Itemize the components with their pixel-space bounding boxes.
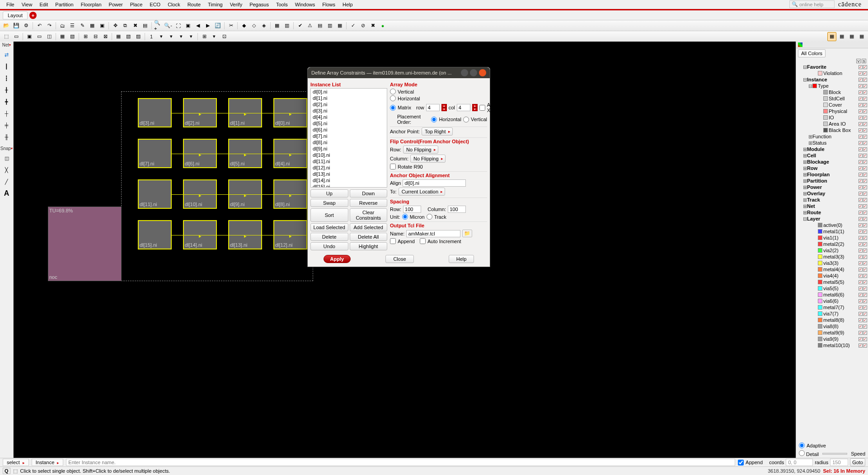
view-mode3-icon[interactable]: ▦ xyxy=(847,32,856,41)
menu-tools[interactable]: Tools xyxy=(272,1,291,8)
sel-checkbox[interactable]: ✓ xyxy=(863,236,867,240)
detail-radio[interactable] xyxy=(799,450,805,456)
tree-row-metal4(4)[interactable]: metal4(4)✓✓ xyxy=(797,266,867,273)
sel-checkbox[interactable]: ✓ xyxy=(863,343,867,348)
track-radio[interactable] xyxy=(427,214,432,220)
sel-tool2-icon[interactable]: ▭ xyxy=(35,32,44,41)
route1-icon[interactable]: ⊞ xyxy=(81,32,90,41)
vis-checkbox[interactable]: ✓ xyxy=(859,173,863,177)
color-swatch[interactable] xyxy=(823,90,828,94)
flip-row-dropdown[interactable]: No Flipping xyxy=(403,146,438,154)
instance-item[interactable]: dl[10].ni xyxy=(311,152,387,158)
sel-checkbox[interactable]: ✓ xyxy=(863,192,867,196)
gear-icon[interactable]: ⚙ xyxy=(22,21,31,30)
vis-checkbox[interactable]: ✓ xyxy=(859,261,863,265)
color-swatch[interactable] xyxy=(818,318,822,322)
menu-eco[interactable]: ECO xyxy=(146,1,164,8)
menu-help[interactable]: Help xyxy=(339,1,357,8)
q-button[interactable]: Q xyxy=(3,468,10,474)
vis-checkbox[interactable]: ✓ xyxy=(859,103,863,107)
attr-icon[interactable]: ▤ xyxy=(141,21,150,30)
vis-checkbox[interactable]: ✓ xyxy=(859,223,863,227)
vis-checkbox[interactable]: ✓ xyxy=(859,268,863,272)
grp1-icon[interactable]: ▦ xyxy=(114,32,123,41)
vis-checkbox[interactable]: ✓ xyxy=(859,343,863,348)
sel-tool3-icon[interactable]: ◫ xyxy=(45,32,54,41)
detail-slider[interactable] xyxy=(822,453,847,455)
tree-row-Instance[interactable]: ⊟Instance✓✓ xyxy=(797,76,867,83)
menu-partition[interactable]: Partition xyxy=(52,1,77,8)
warn-icon[interactable]: ⚠ xyxy=(305,21,314,30)
tree-row-StdCell[interactable]: StdCell✓✓ xyxy=(797,95,867,102)
tree-row-Cover[interactable]: Cover✓✓ xyxy=(797,102,867,108)
num3-icon[interactable]: ▾ xyxy=(167,32,176,41)
menu-edit[interactable]: Edit xyxy=(36,1,52,8)
sel-checkbox[interactable]: ✓ xyxy=(863,230,867,234)
tree-row-metal7(7)[interactable]: metal7(7)✓✓ xyxy=(797,304,867,310)
tv1-icon[interactable]: ▤ xyxy=(315,21,324,30)
up-button[interactable]: Up xyxy=(310,189,348,198)
browse-icon[interactable]: 📁 xyxy=(462,230,472,237)
zoom-sel-icon[interactable]: ▣ xyxy=(183,21,192,30)
noc-block[interactable]: TU=69.8% noc xyxy=(48,207,122,281)
radius-input[interactable] xyxy=(830,459,848,466)
instance-item[interactable]: dl[9].ni xyxy=(311,146,387,152)
color-swatch[interactable] xyxy=(818,324,822,329)
instance-item[interactable]: dl[1].ni xyxy=(311,95,387,101)
instance-item[interactable]: dl[14].ni xyxy=(311,177,387,183)
tree-row-Area IO[interactable]: Area IO✓✓ xyxy=(797,121,867,127)
po-vertical-radio[interactable] xyxy=(463,117,469,122)
stop-icon[interactable]: ✖ xyxy=(368,21,377,30)
color-swatch[interactable] xyxy=(823,96,828,101)
instance-item[interactable]: dl[8].ni xyxy=(311,139,387,146)
tree-row-Layer[interactable]: ⊟Layer✓✓ xyxy=(797,216,867,222)
tv3-icon[interactable]: ▦ xyxy=(335,21,344,30)
color-swatch[interactable] xyxy=(818,273,822,278)
sel-checkbox[interactable]: ✓ xyxy=(863,242,867,246)
dialog-titlebar[interactable]: Define Array Constraints — item0109.item… xyxy=(308,67,490,78)
sel-checkbox[interactable]: ✓ xyxy=(863,78,867,82)
vis-checkbox[interactable]: ✓ xyxy=(859,192,863,196)
tree-row-Black Box[interactable]: Black Box✓✓ xyxy=(797,127,867,133)
vis-checkbox[interactable]: ✓ xyxy=(859,84,863,88)
vis-checkbox[interactable]: ✓ xyxy=(859,78,863,82)
sel-checkbox[interactable]: ✓ xyxy=(863,97,867,101)
help-search[interactable]: 🔍 online help xyxy=(789,0,835,8)
menu-clock[interactable]: Clock xyxy=(164,1,184,8)
adaptive-radio[interactable] xyxy=(799,442,805,448)
spacing-row-input[interactable] xyxy=(403,206,421,213)
color-swatch[interactable] xyxy=(823,103,828,107)
add-selected-button[interactable]: Add Selected xyxy=(350,223,388,231)
sel-checkbox[interactable]: ✓ xyxy=(863,325,867,329)
sel-checkbox[interactable]: ✓ xyxy=(863,179,867,183)
vis-checkbox[interactable]: ✓ xyxy=(859,90,863,94)
spread-icon[interactable]: ▥ xyxy=(282,21,291,30)
vis-checkbox[interactable]: ✓ xyxy=(859,280,863,284)
tree-row-Blockage[interactable]: ⊞Blockage✓✓ xyxy=(797,159,867,165)
vtool6-icon[interactable]: ╪ xyxy=(2,121,11,130)
menu-floorplan[interactable]: Floorplan xyxy=(77,1,105,8)
record-icon[interactable]: ● xyxy=(378,21,387,30)
color-swatch[interactable] xyxy=(818,71,822,75)
tree-row-via4(4)[interactable]: via4(4)✓✓ xyxy=(797,273,867,279)
undo-icon[interactable]: ↶ xyxy=(35,21,44,30)
sel-checkbox[interactable]: ✓ xyxy=(863,198,867,202)
color-swatch[interactable] xyxy=(818,280,822,284)
tree-row-Type[interactable]: ⊟Type✓✓ xyxy=(797,83,867,89)
vtool1-icon[interactable]: ┃ xyxy=(2,62,11,71)
tree-row-IO[interactable]: IO✓✓ xyxy=(797,114,867,121)
sel-checkbox[interactable]: ✓ xyxy=(863,160,867,164)
tree-row-via6(6)[interactable]: via6(6)✓✓ xyxy=(797,298,867,304)
color-swatch[interactable] xyxy=(818,261,822,265)
col-input[interactable] xyxy=(457,104,470,111)
vis-checkbox[interactable]: ✓ xyxy=(859,109,863,113)
vis-checkbox[interactable]: ✓ xyxy=(859,299,863,303)
instance-name-input[interactable] xyxy=(66,459,735,466)
vis-checkbox[interactable]: ✓ xyxy=(859,71,863,75)
tree-row-Partition[interactable]: ⊞Partition✓✓ xyxy=(797,178,867,184)
tree-row-via5(5)[interactable]: via5(5)✓✓ xyxy=(797,285,867,292)
instance-item[interactable]: dl[7].ni xyxy=(311,133,387,139)
load-selected-button[interactable]: Load Selected xyxy=(310,223,348,231)
close-icon[interactable] xyxy=(479,69,486,76)
cell-dl[7].ni[interactable]: dl[7].ni xyxy=(138,139,172,168)
